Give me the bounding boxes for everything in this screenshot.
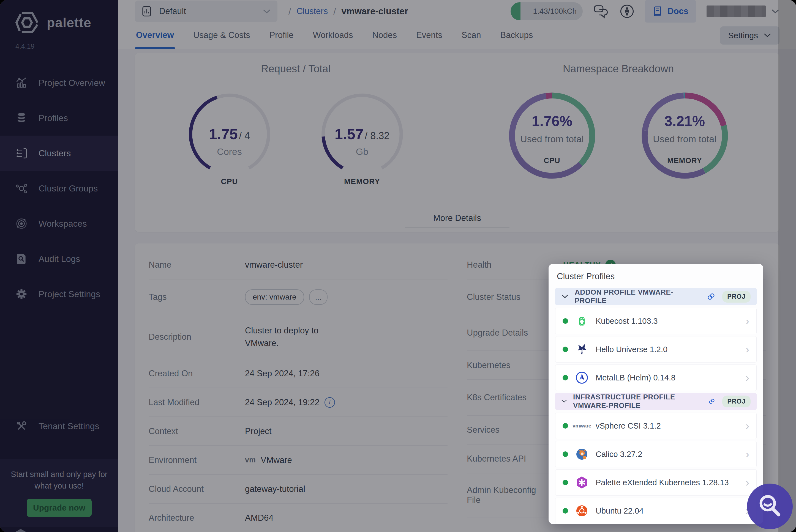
sidebar-item-profiles[interactable]: Profiles [0, 100, 118, 136]
chevron-down-icon [561, 399, 567, 404]
section-title: Namespace Breakdown [457, 63, 779, 75]
sidebar-item-project-settings[interactable]: Project Settings [0, 277, 118, 312]
footer-brand-b: cloud [65, 531, 87, 532]
profile-item-hello-universe[interactable]: Hello Universe 1.2.0 › [555, 336, 757, 363]
detail-row-description: Description Cluster to deploy to VMware. [149, 315, 447, 359]
tab-backups[interactable]: Backups [499, 22, 534, 49]
tab-profile[interactable]: Profile [269, 22, 295, 49]
profile-item-ubuntu[interactable]: Ubuntu 22.04 › [555, 498, 757, 524]
infrastructure-profile-header[interactable]: INFRASTRUCTURE PROFILE VMWARE-PROFILE PR… [555, 393, 757, 410]
detail-row-tags: Tags env: vmware ... [149, 280, 447, 315]
tag-chip[interactable]: env: vmware [245, 289, 304, 305]
profile-item-name: MetalLB (Helm) 0.14.8 [596, 373, 675, 382]
breadcrumb-current: vmware-cluster [341, 6, 408, 17]
tab-scan[interactable]: Scan [461, 22, 482, 49]
profile-item-vsphere-csi[interactable]: vmware vSphere CSI 3.1.2 › [555, 413, 757, 439]
sidebar-item-label: Cluster Groups [39, 184, 98, 194]
section-title: Request / Total [135, 63, 457, 75]
detail-row-context: Context Project [149, 417, 447, 446]
sidebar-item-clusters[interactable]: Clusters [0, 136, 118, 171]
sidebar-item-audit-logs[interactable]: Audit Logs [0, 241, 118, 277]
chevron-down-icon [771, 8, 779, 14]
tag-more-chip[interactable]: ... [309, 289, 328, 305]
project-icon [142, 5, 153, 17]
support-search-fab[interactable] [747, 483, 793, 529]
chat-icon [593, 4, 609, 19]
calico-icon [575, 448, 589, 461]
sidebar: palette 4.4.19 Project Overview Pr [0, 0, 118, 532]
breadcrumb-clusters-link[interactable]: Clusters [296, 6, 328, 16]
chat-button[interactable] [593, 4, 609, 19]
profile-item-calico[interactable]: Calico 3.27.2 › [555, 441, 757, 467]
settings-button[interactable]: Settings [720, 26, 779, 44]
donut-percent: 1.76% [501, 113, 603, 129]
detail-row-name: Name vmware-cluster [149, 251, 447, 280]
sidebar-item-label: Profiles [39, 113, 68, 123]
profile-item-kubecost[interactable]: Kubecost 1.103.3 › [555, 308, 757, 334]
detail-value: vmware-cluster [245, 260, 447, 270]
sidebar-item-workspaces[interactable]: Workspaces [0, 206, 118, 241]
breadcrumb-separator: / [333, 6, 336, 17]
user-menu[interactable] [706, 5, 779, 17]
sidebar-item-tenant-settings[interactable]: Tenant Settings [0, 408, 118, 444]
detail-row-cloud-account: Cloud Account gateway-tutorial [149, 475, 447, 504]
chevron-down-icon [763, 33, 771, 38]
docs-button[interactable]: Docs [645, 0, 696, 22]
profile-item-name: Calico 3.27.2 [596, 450, 642, 459]
memory-donut: 3.21% Used from total MEMORY [634, 88, 736, 185]
link-icon[interactable] [707, 292, 715, 301]
gauge-value: 1.57 [335, 126, 364, 142]
spectro-cloud-logo [12, 527, 29, 532]
topbar-actions: 1.43/100kCh Docs [511, 0, 779, 22]
gear-icon [15, 287, 28, 301]
docs-label: Docs [667, 6, 688, 16]
sidebar-item-project-overview[interactable]: Project Overview [0, 65, 118, 100]
more-details-button[interactable]: More Details [405, 213, 510, 228]
explore-button[interactable] [619, 4, 634, 19]
details-left-column: Name vmware-cluster Tags env: vmware ...… [149, 251, 447, 532]
overview-card: Request / Total 1.75 / 4 Cores CPU [135, 53, 779, 232]
detail-label: Last Modified [149, 398, 245, 407]
status-dot [562, 480, 568, 485]
link-icon[interactable] [708, 397, 715, 406]
sidebar-item-cluster-groups[interactable]: Cluster Groups [0, 171, 118, 206]
upgrade-promo: Start small and only pay for what you us… [0, 459, 118, 527]
profile-item-palette-extended-kubernetes[interactable]: Palette eXtended Kubernetes 1.28.13 › [555, 469, 757, 496]
sidebar-item-label: Clusters [39, 148, 71, 158]
tab-usage-costs[interactable]: Usage & Costs [192, 22, 251, 49]
sidebar-item-label: Audit Logs [39, 254, 80, 264]
profile-header-label: ADDON PROFILE VMWARE-PROFILE [575, 288, 701, 305]
info-icon[interactable]: i [325, 397, 335, 408]
request-total-section: Request / Total 1.75 / 4 Cores CPU [135, 53, 457, 232]
sidebar-collapse-button[interactable]: ‹ [103, 530, 106, 532]
network-icon [15, 182, 28, 195]
chevron-down-icon [561, 294, 569, 299]
palette-kubernetes-icon [575, 476, 589, 489]
cluster-profiles-panel: Cluster Profiles ADDON PROFILE VMWARE-PR… [549, 264, 763, 524]
status-dot [562, 347, 568, 352]
upgrade-now-button[interactable]: Upgrade now [27, 499, 92, 517]
addon-profile-header[interactable]: ADDON PROFILE VMWARE-PROFILE PROJ [555, 288, 757, 305]
gauge-value: 1.75 [209, 126, 238, 142]
detail-label: Admin Kubeconfig File [467, 485, 548, 505]
ubuntu-icon [575, 504, 589, 517]
vmware-logo: vm [245, 456, 256, 464]
tab-workloads[interactable]: Workloads [312, 22, 354, 49]
usage-quota-pill[interactable]: 1.43/100kCh [511, 2, 583, 20]
tab-overview[interactable]: Overview [135, 22, 175, 49]
status-dot [562, 423, 568, 429]
profile-item-metallb[interactable]: MetalLB (Helm) 0.14.8 › [555, 364, 757, 391]
project-selector[interactable]: Default [135, 1, 277, 22]
detail-value: 24 Sep 2024, 17:26 [245, 368, 447, 379]
audit-log-icon [15, 252, 28, 265]
chevron-right-icon: › [746, 477, 749, 488]
cpu-donut: 1.76% Used from total CPU [501, 88, 603, 185]
status-dot [562, 318, 568, 324]
status-dot [562, 508, 568, 514]
top-bar: Default / Clusters / vmware-cluster 1.43… [118, 0, 796, 22]
gauge-unit: Cores [178, 146, 281, 157]
tab-events[interactable]: Events [415, 22, 443, 49]
status-dot [562, 451, 568, 457]
detail-label: Context [149, 426, 245, 436]
tab-nodes[interactable]: Nodes [371, 22, 398, 49]
